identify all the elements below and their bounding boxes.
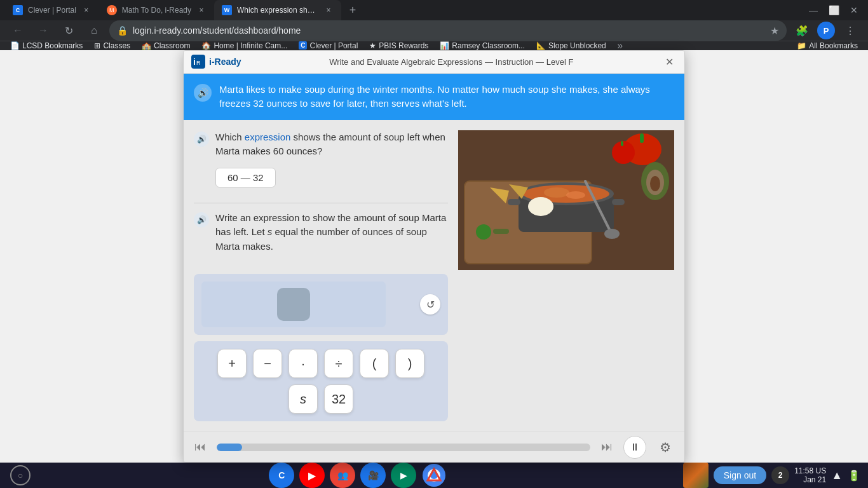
system-tray-icon — [683, 463, 709, 488]
answer-input-area[interactable]: ↺ — [194, 274, 448, 335]
bookmark-classroom[interactable]: 🏫 Classroom — [137, 41, 195, 50]
iready-left-panel: 🔊 Which expression shows the amount of s… — [194, 130, 458, 422]
math-tab-close[interactable]: × — [196, 5, 207, 15]
lcsd-icon: 📄 — [10, 41, 20, 50]
tab-expression[interactable]: W Which expression shows the a... × — [214, 0, 341, 20]
forward-button[interactable]: → — [33, 20, 53, 41]
svg-point-26 — [476, 224, 491, 240]
expression-input-field[interactable] — [201, 281, 386, 327]
taskbar-search-icon[interactable]: ○ — [8, 463, 33, 488]
soup-image — [458, 130, 674, 270]
header-text: Marta likes to make soup during the wint… — [219, 83, 674, 111]
clever-tab-close[interactable]: × — [81, 5, 92, 15]
all-bookmarks-folder-icon: 📁 — [797, 41, 806, 50]
expression-tab-close[interactable]: × — [323, 5, 334, 15]
slope-icon: 📐 — [536, 41, 546, 50]
previous-button[interactable]: ⏮ — [191, 438, 209, 456]
question2-block: 🔊 Write an expression to show the amount… — [194, 211, 448, 262]
bookmark-ramsey[interactable]: 📊 Ramsey Classroom... — [435, 41, 530, 50]
minimize-button[interactable]: — — [804, 1, 822, 19]
profile-button[interactable]: P — [817, 22, 835, 39]
question2-row: 🔊 Write an expression to show the amount… — [194, 211, 448, 262]
tile-s[interactable]: s — [288, 384, 318, 414]
iready-header: 🔊 Marta likes to make soup during the wi… — [184, 74, 684, 120]
circle-icon: ○ — [10, 465, 31, 485]
iready-close-button[interactable]: ✕ — [661, 54, 677, 69]
secure-icon: 🔒 — [117, 25, 128, 36]
taskbar-app-clever[interactable]: C — [269, 463, 294, 488]
youtube-app-icon: ▶ — [308, 470, 316, 482]
taskbar-app-meet2[interactable]: 🎥 — [360, 463, 386, 488]
question1-text: Which expression shows the amount of sou… — [215, 130, 448, 159]
expression-tab-title: Which expression shows the a... — [237, 6, 318, 15]
meet1-app-icon: 👥 — [337, 470, 348, 480]
extensions-button[interactable]: 🧩 — [792, 20, 812, 41]
expression-tab-favicon: W — [222, 5, 232, 15]
taskbar-app-play[interactable]: ▶ — [391, 463, 416, 488]
sign-out-button[interactable]: Sign out — [714, 466, 766, 484]
bookmark-pbis[interactable]: ★ PBIS Rewards — [364, 41, 433, 50]
question1-audio-button[interactable]: 🔊 — [194, 132, 209, 147]
new-tab-button[interactable]: + — [344, 1, 362, 19]
taskbar-app-chrome[interactable] — [421, 463, 447, 488]
tile-multiply[interactable]: · — [288, 349, 318, 378]
bookmarks-overflow-button[interactable]: » — [613, 41, 628, 50]
taskbar-date: Jan 21 — [803, 475, 826, 484]
maximize-button[interactable]: ⬜ — [825, 1, 843, 19]
classroom-icon: 🏫 — [142, 41, 151, 50]
question1-block: 🔊 Which expression shows the amount of s… — [194, 130, 448, 190]
close-button[interactable]: ✕ — [845, 1, 863, 19]
content-area: i R i-Ready Write and Evaluate Algebraic… — [0, 50, 868, 463]
bookmark-lcsd[interactable]: 📄 LCSD Bookmarks — [5, 41, 88, 50]
taskbar-app-youtube[interactable]: ▶ — [299, 463, 325, 488]
iready-footer: ⏮ ⏭ ⏸ ⚙ — [184, 431, 684, 462]
tab-math[interactable]: M Math To Do, i-Ready × — [99, 0, 214, 20]
more-menu-button[interactable]: ⋮ — [840, 20, 860, 41]
bookmark-star-icon[interactable]: ★ — [770, 25, 779, 37]
chrome-app-icon — [423, 464, 445, 487]
tile-divide[interactable]: ÷ — [324, 349, 353, 378]
progress-bar-fill — [217, 444, 242, 451]
bookmark-clever[interactable]: C Clever | Portal — [294, 41, 363, 50]
address-bar[interactable]: 🔒 login.i-ready.com/student/dashboard/ho… — [109, 20, 787, 41]
taskbar-app-meet1[interactable]: 👥 — [330, 463, 355, 488]
taskbar: ○ C ▶ 👥 🎥 ▶ — [0, 463, 868, 488]
tile-plus[interactable]: + — [217, 349, 247, 378]
pbis-icon: ★ — [369, 41, 376, 50]
pause-button[interactable]: ⏸ — [623, 436, 646, 459]
iready-window-title: Write and Evaluate Algebraic Expressions… — [241, 57, 661, 67]
tile-32[interactable]: 32 — [324, 384, 353, 414]
question2-text: Write an expression to show the amount o… — [215, 211, 448, 254]
next-button[interactable]: ⏭ — [598, 438, 616, 456]
bookmark-slope[interactable]: 📐 Slope Unblocked — [531, 41, 611, 50]
svg-point-15 — [604, 229, 620, 239]
all-bookmarks-button[interactable]: 📁 All Bookmarks — [792, 41, 863, 50]
math-tab-favicon: M — [107, 5, 117, 15]
math-tiles-row2: s 32 — [204, 384, 438, 414]
clever-tab-favicon: C — [13, 5, 23, 15]
taskbar-time: 11:58 US — [794, 466, 826, 475]
settings-button[interactable]: ⚙ — [654, 436, 677, 459]
home-button[interactable]: ⌂ — [84, 20, 104, 41]
tab-clever[interactable]: C Clever | Portal × — [5, 0, 99, 20]
svg-point-10 — [544, 187, 569, 198]
iready-logo: i R i-Ready — [191, 55, 241, 69]
expression-keyword: expression — [245, 132, 291, 142]
header-audio-button[interactable]: 🔊 — [194, 84, 212, 102]
math-tiles-panel: + − · ÷ ( ) s 32 — [194, 341, 448, 421]
reload-button[interactable]: ↻ — [58, 20, 79, 41]
tile-minus[interactable]: − — [253, 349, 282, 378]
taskbar-right-area: Sign out 2 11:58 US Jan 21 ▲ 🔋 — [683, 463, 860, 488]
bookmark-classes[interactable]: ⊞ Classes — [89, 41, 135, 50]
address-text: login.i-ready.com/student/dashboard/home — [133, 25, 765, 36]
clear-input-button[interactable]: ↺ — [420, 294, 440, 315]
back-button[interactable]: ← — [8, 20, 28, 41]
classes-icon: ⊞ — [94, 41, 100, 50]
bookmark-home-infinite[interactable]: 🏠 Home | Infinite Cam... — [196, 41, 292, 50]
tile-open-paren[interactable]: ( — [360, 349, 389, 378]
ramsey-icon: 📊 — [440, 41, 449, 50]
tile-close-paren[interactable]: ) — [395, 349, 424, 378]
notification-badge[interactable]: 2 — [771, 466, 789, 484]
svg-point-20 — [650, 176, 660, 191]
question2-audio-button[interactable]: 🔊 — [194, 212, 209, 227]
